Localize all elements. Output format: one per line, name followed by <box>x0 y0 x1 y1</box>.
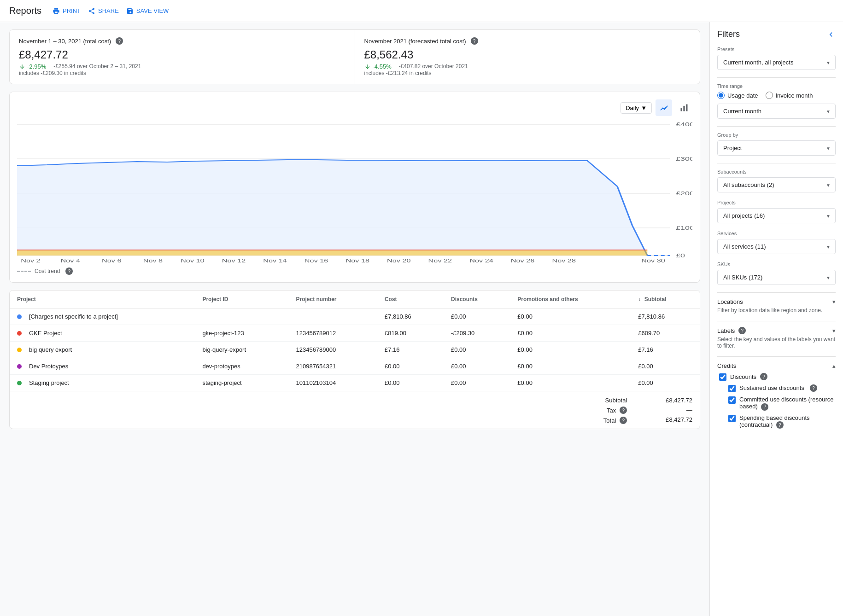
row-discounts-4: £0.00 <box>444 375 510 391</box>
discounts-help-icon[interactable]: ? <box>760 373 767 380</box>
locations-desc: Filter by location data like region and … <box>717 307 836 314</box>
row-promotions-2: £0.00 <box>510 342 631 358</box>
table-row: [Charges not specific to a project] — £7… <box>10 308 700 325</box>
daily-freq-button[interactable]: Daily ▼ <box>621 102 652 114</box>
services-select[interactable]: All services (11) <box>718 239 835 254</box>
presets-section: Presets Current month, all projects <box>717 46 836 70</box>
skus-section: SKUs All SKUs (172) <box>717 262 836 285</box>
projects-label: Projects <box>717 200 836 205</box>
svg-text:Nov 28: Nov 28 <box>552 258 576 262</box>
save-view-button[interactable]: SAVE VIEW <box>126 7 169 15</box>
subtotal-label: Subtotal <box>17 397 627 404</box>
summary-forecast-period: -£407.82 over October 2021 <box>399 63 468 70</box>
spending-help-icon[interactable]: ? <box>776 421 784 429</box>
discounts-sub-items: Sustained use discounts ? Committed use … <box>717 384 836 429</box>
summary-cards: November 1 – 30, 2021 (total cost) ? £8,… <box>9 29 700 84</box>
group-by-select[interactable]: Project <box>718 141 835 155</box>
projects-select-wrap[interactable]: All projects (16) <box>717 208 836 223</box>
print-button[interactable]: PRINT <box>53 7 81 15</box>
data-table: Project Project ID Project number Cost D… <box>10 291 700 429</box>
committed-help-icon[interactable]: ? <box>761 403 768 411</box>
svg-text:£400: £400 <box>676 122 692 127</box>
row-cost-3: £0.00 <box>377 358 444 375</box>
skus-select-wrap[interactable]: All SKUs (172) <box>717 270 836 285</box>
labels-chevron-icon[interactable]: ▾ <box>832 327 836 334</box>
invoice-month-label: Invoice month <box>776 92 813 99</box>
row-cost-2: £7.16 <box>377 342 444 358</box>
summary-actual-change: -2.95% <box>27 63 46 70</box>
row-cost-0: £7,810.86 <box>377 308 444 325</box>
summary-card-forecast: November 2021 (forecasted total cost) ? … <box>355 30 700 84</box>
discounts-checkbox[interactable] <box>719 373 726 381</box>
sustained-help-icon[interactable]: ? <box>810 384 817 392</box>
bar-chart-button[interactable] <box>676 99 692 116</box>
locations-chevron-icon[interactable]: ▾ <box>832 298 836 305</box>
time-period-select[interactable]: Current month <box>718 104 835 118</box>
row-project-num-4: 101102103104 <box>288 375 377 391</box>
time-range-label: Time range <box>717 83 836 89</box>
filters-expand-icon[interactable] <box>826 30 836 39</box>
summary-actual-period: -£255.94 over October 2 – 31, 2021 <box>53 63 141 70</box>
skus-select[interactable]: All SKUs (172) <box>718 270 835 285</box>
presets-label: Presets <box>717 46 836 52</box>
total-value: £8,427.72 <box>638 416 692 423</box>
project-dot-3 <box>17 364 22 369</box>
time-period-select-wrap[interactable]: Current month <box>717 104 836 119</box>
col-cost: Cost <box>377 291 444 308</box>
svg-text:Nov 22: Nov 22 <box>428 258 452 262</box>
cost-trend-label: Cost trend <box>35 268 60 274</box>
projects-section: Projects All projects (16) <box>717 200 836 223</box>
invoice-month-radio[interactable] <box>766 92 773 99</box>
summary-actual-help-icon[interactable]: ? <box>116 37 123 45</box>
group-by-label: Group by <box>717 132 836 138</box>
row-project-num-3: 210987654321 <box>288 358 377 375</box>
group-by-select-wrap[interactable]: Project <box>717 140 836 156</box>
svg-rect-1 <box>683 106 685 111</box>
invoice-month-option[interactable]: Invoice month <box>766 92 813 99</box>
subaccounts-select[interactable]: All subaccounts (2) <box>718 178 835 192</box>
row-project-num-0 <box>288 308 377 325</box>
save-icon <box>126 7 134 15</box>
filters-title: Filters <box>717 29 740 39</box>
credits-chevron-up-icon[interactable]: ▴ <box>832 362 836 369</box>
svg-text:Nov 26: Nov 26 <box>511 258 535 262</box>
total-help-icon[interactable]: ? <box>620 417 627 424</box>
services-select-wrap[interactable]: All services (11) <box>717 239 836 254</box>
usage-date-option[interactable]: Usage date <box>717 92 758 99</box>
sort-down-icon[interactable]: ↓ <box>638 296 641 302</box>
projects-select[interactable]: All projects (16) <box>718 209 835 223</box>
sustained-checkbox-item: Sustained use discounts ? <box>728 384 836 392</box>
services-label: Services <box>717 231 836 236</box>
presets-select-wrap[interactable]: Current month, all projects <box>717 55 836 70</box>
usage-date-radio[interactable] <box>717 92 725 99</box>
subaccounts-select-wrap[interactable]: All subaccounts (2) <box>717 177 836 192</box>
svg-text:Nov 2: Nov 2 <box>21 258 41 262</box>
presets-select[interactable]: Current month, all projects <box>718 55 835 70</box>
table-row: big query export big-query-export 123456… <box>10 342 700 358</box>
committed-checkbox[interactable] <box>728 396 736 404</box>
tax-help-icon[interactable]: ? <box>620 407 627 414</box>
summary-forecast-help-icon[interactable]: ? <box>471 37 478 45</box>
share-icon <box>88 7 95 15</box>
row-cost-4: £0.00 <box>377 375 444 391</box>
discounts-checkbox-item: Discounts ? <box>717 373 836 381</box>
subtotal-value: £8,427.72 <box>638 397 692 404</box>
labels-help-icon[interactable]: ? <box>738 327 746 334</box>
line-chart-button[interactable] <box>656 99 672 116</box>
spending-checkbox[interactable] <box>728 415 736 422</box>
svg-text:Nov 8: Nov 8 <box>143 258 163 262</box>
subaccounts-section: Subaccounts All subaccounts (2) <box>717 169 836 192</box>
row-project-0: [Charges not specific to a project] <box>10 308 195 325</box>
svg-text:£0: £0 <box>676 253 685 258</box>
sustained-checkbox[interactable] <box>728 385 736 392</box>
svg-text:Nov 6: Nov 6 <box>102 258 122 262</box>
row-discounts-1: -£209.30 <box>444 325 510 342</box>
spending-checkbox-item: Spending based discounts (contractual) ? <box>728 414 836 429</box>
share-label: SHARE <box>98 7 119 14</box>
share-button[interactable]: SHARE <box>88 7 119 15</box>
save-view-label: SAVE VIEW <box>136 7 169 14</box>
row-project-id-0: — <box>195 308 288 325</box>
col-discounts: Discounts <box>444 291 510 308</box>
row-discounts-0: £0.00 <box>444 308 510 325</box>
cost-trend-help-icon[interactable]: ? <box>65 267 73 275</box>
